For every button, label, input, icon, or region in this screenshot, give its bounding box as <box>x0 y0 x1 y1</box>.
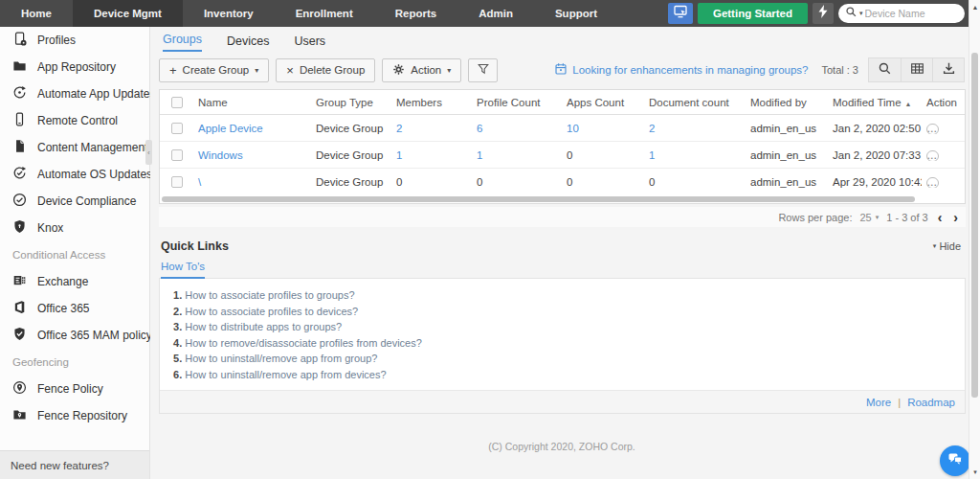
more-link[interactable]: More <box>866 397 891 408</box>
sidebar-item-automate-os-updates[interactable]: Automate OS Updates <box>0 161 149 188</box>
modified-by: admin_en_us <box>746 149 828 161</box>
row-checkbox[interactable] <box>171 123 183 134</box>
select-all-checkbox[interactable] <box>171 97 183 108</box>
group-type: Device Group <box>311 176 391 188</box>
delete-group-button[interactable]: × Delete Group <box>276 58 375 82</box>
row-actions-button[interactable]: ... <box>926 150 939 161</box>
table-row: Apple Device Device Group 2 6 10 2 admin… <box>160 115 965 142</box>
action-button[interactable]: Action ▾ <box>382 58 461 82</box>
nav-item-support[interactable]: Support <box>534 0 618 27</box>
sidebar-item-label: Remote Control <box>37 114 118 127</box>
profile-count: 0 <box>472 176 562 188</box>
scrollbar-thumb[interactable] <box>971 53 978 398</box>
members-count-link[interactable]: 1 <box>391 149 472 161</box>
search-icon <box>845 5 858 22</box>
sidebar-item-automate-app-updates[interactable]: Automate App Updates <box>0 80 149 107</box>
group-name-link[interactable]: Apple Device <box>193 123 311 134</box>
row-checkbox[interactable] <box>171 149 183 161</box>
filter-button[interactable] <box>468 58 498 82</box>
scroll-up-arrow[interactable]: ▲ <box>969 1 980 12</box>
column-header-document-count[interactable]: Document count <box>644 97 746 108</box>
sidebar-item-device-compliance[interactable]: Device Compliance <box>0 188 149 215</box>
howto-link[interactable]: How to uninstall/remove app from group? <box>173 353 965 364</box>
rows-per-page-select[interactable]: 25 ▾ <box>859 212 879 223</box>
enhancements-link[interactable]: Looking for enhancements in managing gro… <box>554 62 808 78</box>
howto-link[interactable]: How to remove/disassociate profiles from… <box>173 337 965 349</box>
export-button[interactable] <box>932 58 964 81</box>
sidebar-item-office-365-mam-policy[interactable]: Office 365 MAM policy <box>0 322 149 349</box>
prev-page-button[interactable]: ‹ <box>936 211 945 224</box>
tab-devices[interactable]: Devices <box>227 34 269 52</box>
sidebar-item-content-management[interactable]: Content Management <box>0 134 149 161</box>
tab-groups[interactable]: Groups <box>163 33 202 52</box>
column-header-modified-by[interactable]: Modified by <box>746 97 828 108</box>
members-count-link[interactable]: 2 <box>391 123 472 134</box>
profile-count-link[interactable]: 6 <box>472 123 562 134</box>
separator: | <box>898 397 901 408</box>
tab-how-tos[interactable]: How To's <box>161 261 205 279</box>
scrollbar-thumb[interactable] <box>162 196 915 202</box>
group-name-link[interactable]: \ <box>193 176 311 188</box>
page: Home Device Mgmt Inventory Enrollment Re… <box>0 0 980 479</box>
sidebar-item-knox[interactable]: Knox <box>0 215 149 241</box>
nav-item-inventory[interactable]: Inventory <box>183 0 275 27</box>
column-chooser-button[interactable] <box>901 58 932 81</box>
row-actions-button[interactable]: ... <box>926 124 939 134</box>
next-page-button[interactable]: › <box>951 211 960 224</box>
scroll-down-arrow[interactable]: ▾ <box>969 467 980 478</box>
nav-item-enrollment[interactable]: Enrollment <box>275 0 374 27</box>
group-name-link[interactable]: Windows <box>193 149 311 161</box>
apps-count-link[interactable]: 10 <box>562 123 644 134</box>
column-header-profile-count[interactable]: Profile Count <box>472 97 562 108</box>
sidebar-item-remote-control[interactable]: Remote Control <box>0 107 149 134</box>
getting-started-button[interactable]: Getting Started <box>698 3 808 24</box>
need-new-features-link[interactable]: Need new features? <box>0 450 149 479</box>
nav-item-reports[interactable]: Reports <box>374 0 457 27</box>
sidebar: Profiles App Repository Automate App Upd… <box>0 27 150 479</box>
column-header-members[interactable]: Members <box>391 97 472 108</box>
hide-quick-links-button[interactable]: ▾ Hide <box>933 240 965 252</box>
roadmap-link[interactable]: Roadmap <box>907 397 955 408</box>
remote-assist-button[interactable] <box>668 3 693 24</box>
search-scope-caret-icon[interactable]: ▾ <box>859 10 863 17</box>
column-header-apps-count[interactable]: Apps Count <box>562 97 644 108</box>
table-tools <box>868 57 965 82</box>
row-actions-button[interactable]: ... <box>926 177 939 188</box>
profile-count-link[interactable]: 1 <box>472 149 562 161</box>
sort-asc-icon[interactable]: ▲ <box>905 101 912 107</box>
document-count-link[interactable]: 1 <box>644 149 746 161</box>
delete-group-label: Delete Group <box>300 64 365 76</box>
sidebar-item-exchange[interactable]: Exchange <box>0 268 149 295</box>
document-count-link[interactable]: 2 <box>644 123 746 134</box>
column-header-group-type[interactable]: Group Type <box>311 97 391 108</box>
funnel-icon <box>477 62 490 78</box>
sidebar-item-fence-policy[interactable]: Fence Policy <box>0 376 149 402</box>
sidebar-item-profiles[interactable]: Profiles <box>0 27 149 54</box>
device-search-input[interactable] <box>865 8 947 19</box>
column-header-name[interactable]: Name <box>193 97 311 108</box>
howto-link[interactable]: How to uninstall/remove app from devices… <box>173 369 965 380</box>
create-group-button[interactable]: + Create Group ▾ <box>159 58 269 82</box>
howto-link[interactable]: How to distribute apps to groups? <box>173 321 965 332</box>
tab-users[interactable]: Users <box>294 34 325 52</box>
chat-support-button[interactable] <box>940 445 970 476</box>
sidebar-collapse-handle[interactable]: ‹ <box>145 140 152 165</box>
nav-item-device-mgmt[interactable]: Device Mgmt <box>73 0 183 27</box>
column-header-modified-time[interactable]: Modified Time▲ <box>828 97 922 108</box>
quick-actions-button[interactable] <box>813 3 834 24</box>
table-search-button[interactable] <box>869 58 901 81</box>
screen-share-icon <box>673 4 688 23</box>
nav-item-home[interactable]: Home <box>0 0 73 27</box>
howto-link[interactable]: How to associate profiles to groups? <box>173 289 965 301</box>
sidebar-item-fence-repository[interactable]: Fence Repository <box>0 402 149 429</box>
sidebar-item-app-repository[interactable]: App Repository <box>0 54 149 80</box>
row-checkbox[interactable] <box>171 176 183 188</box>
howto-link[interactable]: How to associate profiles to devices? <box>173 306 965 317</box>
sidebar-item-label: Exchange <box>37 275 88 288</box>
sidebar-item-office-365[interactable]: Office 365 <box>0 295 149 322</box>
sidebar-item-label: Automate App Updates <box>37 87 155 101</box>
nav-item-admin[interactable]: Admin <box>457 0 534 27</box>
sync-check-icon <box>12 166 27 183</box>
page-scrollbar[interactable]: ▲ ▾ <box>969 0 980 479</box>
table-horizontal-scrollbar[interactable] <box>160 195 965 203</box>
